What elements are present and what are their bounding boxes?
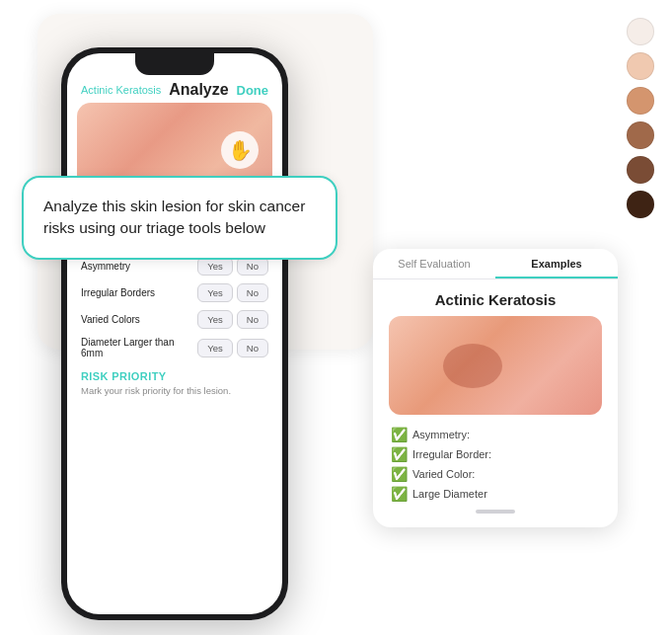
- check-border: ✅: [391, 446, 408, 462]
- speech-bubble: Analyze this skin lesion for skin cancer…: [22, 176, 337, 260]
- phone-shell: Actinic Keratosis Analyze Done ✋ Self Ev…: [61, 47, 288, 620]
- done-button[interactable]: Done: [237, 83, 269, 98]
- swatch-light[interactable]: [627, 52, 654, 80]
- attr-row-diameter: ✅ Large Diameter: [391, 486, 600, 502]
- hand-icon[interactable]: ✋: [221, 131, 259, 169]
- attr-label-asymmetry: Asymmetry:: [412, 429, 470, 440]
- char-row-diameter: Diameter Larger than 6mm Yes No: [67, 333, 282, 362]
- example-tab-self-eval[interactable]: Self Evaluation: [373, 249, 495, 278]
- skin-tone-palette: [627, 18, 654, 218]
- phone-screen: Actinic Keratosis Analyze Done ✋ Self Ev…: [67, 75, 282, 614]
- risk-section-title: RISK PRIORITY: [81, 370, 268, 382]
- char-label-colors: Varied Colors: [81, 314, 197, 325]
- phone-notch: [135, 53, 214, 75]
- attr-row-color: ✅ Varied Color:: [391, 466, 600, 482]
- diameter-no[interactable]: No: [237, 339, 268, 357]
- check-diameter: ✅: [391, 486, 408, 502]
- check-color: ✅: [391, 466, 408, 482]
- phone-topbar: Actinic Keratosis Analyze Done: [67, 75, 282, 103]
- swatch-medium-light[interactable]: [627, 87, 654, 115]
- example-tab-examples[interactable]: Examples: [495, 249, 618, 278]
- check-asymmetry: ✅: [391, 427, 408, 442]
- attr-label-color: Varied Color:: [412, 468, 475, 480]
- example-skin-image: [389, 316, 602, 415]
- colors-yes[interactable]: Yes: [197, 310, 233, 329]
- char-label-borders: Irregular Borders: [81, 287, 197, 298]
- example-condition-title: Actinic Keratosis: [373, 291, 618, 308]
- phone-screen-container: Actinic Keratosis Analyze Done ✋ Self Ev…: [67, 53, 282, 614]
- card-handle: [476, 510, 515, 514]
- char-label-asymmetry: Asymmetry: [81, 261, 197, 272]
- attr-label-border: Irregular Border:: [412, 448, 491, 460]
- swatch-dark[interactable]: [627, 191, 654, 218]
- btn-group-borders: Yes No: [197, 283, 268, 302]
- example-card: Self Evaluation Examples Actinic Keratos…: [373, 249, 618, 527]
- btn-group-colors: Yes No: [197, 310, 268, 329]
- attr-row-asymmetry: ✅ Asymmetry:: [391, 427, 600, 442]
- char-row-colors: Varied Colors Yes No: [67, 306, 282, 333]
- swatch-medium[interactable]: [627, 121, 654, 149]
- analyze-title: Analyze: [169, 81, 228, 99]
- risk-sub-text: Mark your risk priority for this lesion.: [81, 385, 268, 396]
- char-row-borders: Irregular Borders Yes No: [67, 279, 282, 306]
- swatch-lightest[interactable]: [627, 18, 654, 45]
- char-label-diameter: Diameter Larger than 6mm: [81, 337, 197, 358]
- attr-label-diameter: Large Diameter: [412, 488, 487, 500]
- diameter-yes[interactable]: Yes: [197, 339, 233, 357]
- borders-yes[interactable]: Yes: [197, 283, 233, 302]
- condition-label: Actinic Keratosis: [81, 84, 161, 96]
- borders-no[interactable]: No: [237, 283, 268, 302]
- attr-row-border: ✅ Irregular Border:: [391, 446, 600, 462]
- example-tabs: Self Evaluation Examples: [373, 249, 618, 279]
- speech-bubble-text: Analyze this skin lesion for skin cancer…: [43, 196, 316, 240]
- example-attributes: ✅ Asymmetry: ✅ Irregular Border: ✅ Varie…: [373, 427, 618, 502]
- colors-no[interactable]: No: [237, 310, 268, 329]
- swatch-medium-dark[interactable]: [627, 156, 654, 184]
- btn-group-diameter: Yes No: [197, 339, 268, 357]
